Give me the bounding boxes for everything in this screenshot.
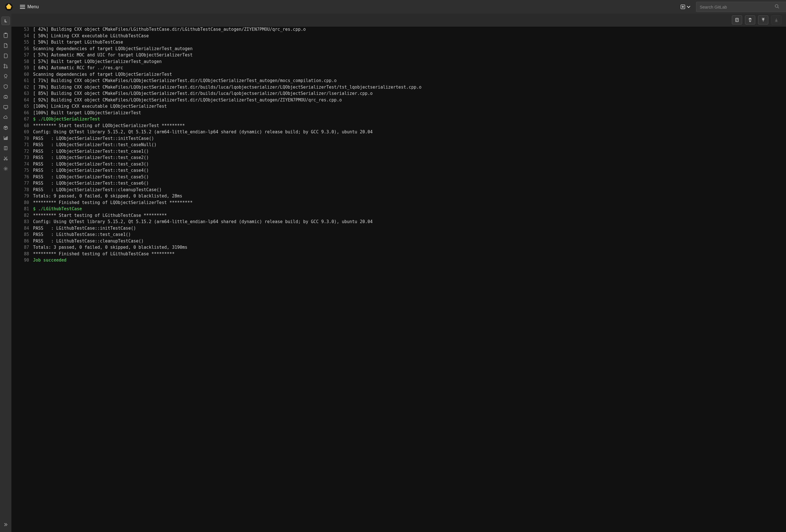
sidebar-packages[interactable] (0, 122, 11, 133)
log-line-number[interactable]: 79 (11, 193, 33, 200)
log-line-number[interactable]: 82 (11, 212, 33, 219)
svg-point-21 (5, 168, 6, 169)
log-line-number[interactable]: 81 (11, 206, 33, 212)
log-line-number[interactable]: 64 (11, 97, 33, 103)
log-line-number[interactable]: 72 (11, 148, 33, 155)
sidebar-expand-button[interactable] (0, 519, 11, 530)
log-line-text: Scanning dependencies of target LQObject… (33, 71, 172, 78)
log-line-number[interactable]: 73 (11, 155, 33, 161)
log-line-number[interactable]: 58 (11, 59, 33, 65)
log-line-number[interactable]: 56 (11, 46, 33, 52)
log-line: 63[ 85%] Building CXX object CMakeFiles/… (11, 90, 786, 97)
sidebar-settings[interactable] (0, 164, 11, 174)
chevron-down-icon (686, 4, 691, 9)
log-line-number[interactable]: 83 (11, 218, 33, 225)
log-line-number[interactable]: 69 (11, 129, 33, 135)
svg-point-13 (6, 67, 7, 68)
log-line-number[interactable]: 67 (11, 116, 33, 122)
log-line-number[interactable]: 87 (11, 244, 33, 251)
sidebar-merge-requests[interactable] (0, 61, 11, 71)
log-line-number[interactable]: 80 (11, 200, 33, 206)
log-line-text: PASS : LQObjectSerializerTest::test_case… (33, 161, 149, 167)
sidebar-issues[interactable] (0, 51, 11, 61)
log-line-text: Config: Using QtTest library 5.15.2, Qt … (33, 129, 373, 135)
log-line-number[interactable]: 88 (11, 251, 33, 257)
log-line-text: ********* Finished testing of LGithubTes… (33, 251, 175, 257)
monitor-icon (3, 105, 8, 110)
log-line-number[interactable]: 62 (11, 84, 33, 91)
log-line: 57[ 57%] Automatic MOC and UIC for targe… (11, 52, 786, 59)
log-line: 67$ ./LQObjectSerializerTest (11, 116, 786, 122)
sidebar-wiki[interactable] (0, 143, 11, 153)
search-input[interactable] (696, 2, 786, 12)
log-line-number[interactable]: 55 (11, 39, 33, 46)
log-line-text: PASS : LGithubTestCase::cleanupTestCase(… (33, 238, 144, 245)
erase-log-button[interactable] (745, 15, 755, 24)
plus-icon (680, 4, 685, 9)
log-line: 70PASS : LQObjectSerializerTest::initTes… (11, 135, 786, 142)
log-line-number[interactable]: 78 (11, 187, 33, 193)
project-avatar[interactable]: L (1, 17, 10, 25)
log-line-text: Totals: 3 passed, 0 failed, 0 skipped, 0… (33, 244, 187, 251)
svg-point-11 (4, 64, 5, 65)
log-line-number[interactable]: 90 (11, 257, 33, 263)
log-line-number[interactable]: 76 (11, 174, 33, 180)
log-line-text: PASS : LGithubTestCase::initTestCase() (33, 225, 136, 232)
log-line-number[interactable]: 65 (11, 103, 33, 110)
sidebar-deployments[interactable] (0, 92, 11, 102)
sidebar-snippets[interactable] (0, 153, 11, 164)
log-line-number[interactable]: 63 (11, 90, 33, 97)
log-line: 87Totals: 3 passed, 0 failed, 0 skipped,… (11, 244, 786, 251)
sidebar-project-info[interactable] (0, 30, 11, 41)
log-line-number[interactable]: 68 (11, 122, 33, 129)
svg-rect-15 (4, 106, 8, 108)
chart-icon (3, 135, 8, 140)
log-line-number[interactable]: 85 (11, 231, 33, 238)
log-line: 66[100%] Built target LQObjectSerializer… (11, 110, 786, 116)
log-line-number[interactable]: 71 (11, 142, 33, 148)
topbar: Menu (0, 0, 786, 14)
scroll-bottom-button[interactable] (771, 15, 782, 24)
log-line-number[interactable]: 70 (11, 135, 33, 142)
log-line-number[interactable]: 84 (11, 225, 33, 232)
deployments-icon (3, 94, 8, 99)
log-line-number[interactable]: 59 (11, 65, 33, 71)
project-logo[interactable] (4, 3, 13, 11)
log-line-number[interactable]: 61 (11, 77, 33, 84)
log-line-number[interactable]: 86 (11, 238, 33, 245)
log-line-number[interactable]: 54 (11, 33, 33, 39)
show-raw-button[interactable] (732, 15, 742, 24)
new-dropdown[interactable] (680, 4, 691, 9)
sidebar-monitor[interactable] (0, 102, 11, 112)
log-line-number[interactable]: 53 (11, 26, 33, 33)
svg-rect-6 (682, 6, 684, 7)
log-line-text: PASS : LQObjectSerializerTest::test_case… (33, 174, 149, 180)
log-line-number[interactable]: 60 (11, 71, 33, 78)
log-line: 53[ 42%] Building CXX object CMakeFiles/… (11, 26, 786, 33)
log-line: 77PASS : LQObjectSerializerTest::test_ca… (11, 180, 786, 187)
log-line-number[interactable]: 75 (11, 167, 33, 174)
sidebar-infrastructure[interactable] (0, 112, 11, 122)
log-line: 85PASS : LGithubTestCase::test_case1() (11, 231, 786, 238)
sidebar-security[interactable] (0, 82, 11, 92)
log-line-text: [100%] Linking CXX executable LQObjectSe… (33, 103, 167, 110)
log-line: 74PASS : LQObjectSerializerTest::test_ca… (11, 161, 786, 167)
job-toolbar (11, 14, 786, 26)
log-line-number[interactable]: 74 (11, 161, 33, 167)
log-line-number[interactable]: 57 (11, 52, 33, 59)
log-line: 58[ 57%] Built target LQObjectSerializer… (11, 59, 786, 65)
log-line: 80********* Finished testing of LQObject… (11, 200, 786, 206)
log-line-number[interactable]: 77 (11, 180, 33, 187)
sidebar-analytics[interactable] (0, 133, 11, 143)
log-line: 59[ 64%] Automatic RCC for ../res.qrc (11, 65, 786, 71)
menu-button[interactable]: Menu (20, 4, 39, 9)
scroll-top-button[interactable] (758, 15, 768, 24)
log-line: 88********* Finished testing of LGithubT… (11, 251, 786, 257)
arrow-up-icon (761, 18, 765, 22)
log-line-number[interactable]: 66 (11, 110, 33, 116)
package-icon (3, 125, 8, 130)
log-line: 78PASS : LQObjectSerializerTest::cleanup… (11, 187, 786, 193)
log-line-text: [ 64%] Automatic RCC for ../res.qrc (33, 65, 123, 71)
sidebar-ci-cd[interactable] (0, 71, 11, 82)
sidebar-repository[interactable] (0, 41, 11, 51)
